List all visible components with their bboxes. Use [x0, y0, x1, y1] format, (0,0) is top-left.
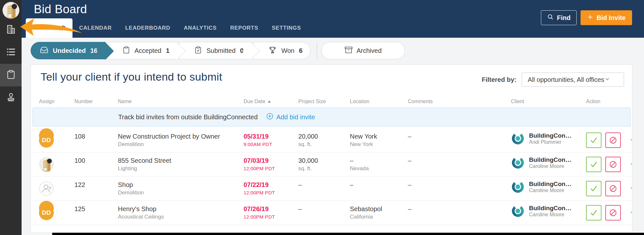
- status-tab-label: Won: [281, 47, 294, 54]
- nav-tab-label: CALENDAR: [79, 25, 112, 31]
- status-tab[interactable]: Won 6: [253, 42, 311, 59]
- assignee-avatar[interactable]: [39, 152, 62, 172]
- accept-bid-button[interactable]: [586, 157, 601, 172]
- tab-archived[interactable]: Archived: [321, 42, 405, 59]
- comments-value: –: [408, 181, 511, 189]
- page-title: Bid Board: [34, 3, 87, 16]
- company-avatar[interactable]: [3, 2, 19, 19]
- add-bid-invite-link[interactable]: Add bid invite: [266, 113, 315, 122]
- accept-bid-button[interactable]: [586, 132, 601, 148]
- bid-row: 100 855 Second Street Lighting 07/03/19 …: [31, 152, 632, 177]
- bid-number: 108: [74, 132, 118, 141]
- bid-board-card: Tell your client if you intend to submit…: [31, 64, 632, 233]
- project-size-cell: –: [298, 177, 350, 189]
- status-tab-label: Submitted: [207, 47, 235, 54]
- client-cell: BuildingCon… Caroline Moore: [511, 152, 586, 170]
- col-action: Action: [586, 99, 632, 104]
- accept-bid-button[interactable]: [586, 181, 601, 196]
- assignee-avatar[interactable]: DD: [39, 201, 54, 216]
- clipboard-icon: [6, 70, 16, 81]
- find-button[interactable]: Find: [541, 10, 577, 25]
- row-chevron-down-icon[interactable]: [629, 185, 632, 193]
- assignee-avatar[interactable]: DD: [39, 128, 54, 143]
- project-name[interactable]: New Construction Project by Owner: [118, 132, 244, 141]
- nav-tab[interactable]: ANALYTICS: [177, 18, 224, 38]
- project-size-unit: sq. ft.: [298, 165, 350, 172]
- plus-circle-icon: [266, 113, 274, 122]
- project-name[interactable]: Henry's Shop: [118, 205, 244, 213]
- sidebar-item-stamp[interactable]: [0, 86, 22, 109]
- client-logo: [511, 180, 525, 194]
- client-company: BuildingCon…: [529, 181, 572, 188]
- col-project-size: Project Size: [298, 99, 350, 104]
- trophy-icon: [268, 46, 277, 56]
- add-bid-invite-label: Add bid invite: [276, 113, 315, 121]
- location-cell: – Nevada: [350, 152, 408, 172]
- decline-bid-button[interactable]: [605, 132, 621, 148]
- project-trade: Lighting: [118, 165, 244, 172]
- action-cell: [586, 128, 632, 148]
- bid-number: 100: [74, 157, 118, 165]
- client-company: BuildingCon…: [529, 205, 572, 212]
- filter-dropdown[interactable]: All opportunities, All offices: [522, 73, 624, 87]
- bid-row: DD: [31, 201, 632, 225]
- decline-bid-button[interactable]: [605, 157, 621, 172]
- nav-tab[interactable]: BID BOARD: [26, 18, 72, 38]
- sidebar-item-company[interactable]: [0, 19, 22, 41]
- sidebar-item-list[interactable]: [0, 41, 22, 64]
- status-tab-count: 1: [166, 47, 169, 54]
- col-due-date[interactable]: Due Date: [244, 99, 298, 104]
- bottom-bar: [52, 233, 644, 235]
- client-logo: [511, 132, 525, 145]
- row-chevron-down-icon[interactable]: [629, 136, 632, 144]
- client-cell: BuildingCon… Andi Plummer: [511, 128, 586, 145]
- search-icon: [547, 14, 554, 22]
- bid-number-cell: 122: [74, 177, 118, 189]
- action-cell: [586, 177, 632, 196]
- nav-tab[interactable]: CALENDAR: [72, 18, 119, 38]
- decline-bid-button[interactable]: [605, 181, 621, 196]
- status-tab[interactable]: Accepted 1: [107, 42, 178, 59]
- status-tab-label: Accepted: [135, 47, 161, 54]
- assignee-avatar[interactable]: [39, 177, 62, 196]
- client-logo: [511, 156, 525, 170]
- col-client: Client: [511, 99, 586, 104]
- row-chevron-down-icon[interactable]: [629, 209, 632, 217]
- client-cell: BuildingCon… Caroline Moore: [511, 201, 586, 218]
- status-tab[interactable]: Undecided 16: [31, 42, 106, 59]
- bid-name-cell: New Construction Project by Owner Demoli…: [118, 128, 244, 148]
- comments-value: –: [408, 132, 511, 141]
- nav-tab[interactable]: SETTINGS: [265, 18, 308, 38]
- header-actions: Find Bid Invite: [541, 10, 632, 25]
- client-logo: [511, 204, 525, 218]
- location-city: –: [350, 181, 408, 189]
- project-name[interactable]: 855 Second Street: [118, 157, 244, 165]
- due-date: 07/22/19: [244, 181, 298, 189]
- status-divider: [317, 42, 317, 59]
- project-size: 30,000: [298, 157, 350, 165]
- assignee-initials: DD: [39, 205, 54, 220]
- col-assign: Assign: [39, 99, 74, 104]
- nav-tab[interactable]: LEADERBOARD: [119, 18, 177, 38]
- bid-invite-button[interactable]: Bid Invite: [581, 10, 632, 25]
- project-name[interactable]: Shop: [118, 181, 244, 189]
- nav-tab-label: REPORTS: [230, 25, 258, 31]
- clipboard-check-icon: [194, 46, 202, 55]
- nav-tab-label: SETTINGS: [272, 25, 301, 31]
- status-tab[interactable]: Submitted 0: [179, 42, 252, 59]
- due-time: 12:00PM PDT: [244, 213, 298, 220]
- client-cell: BuildingCon… Caroline Moore: [511, 177, 586, 194]
- due-date-cell: 07/26/19 12:00PM PDT: [244, 201, 298, 220]
- sidebar-item-bid-board[interactable]: [0, 64, 22, 86]
- row-chevron-down-icon[interactable]: [629, 161, 632, 169]
- content-area: Undecided 16 Accepted 1 Submitted: [22, 38, 644, 235]
- filter-dropdown-value: All opportunities, All offices: [528, 76, 604, 83]
- due-date: 07/03/19: [244, 157, 298, 165]
- accept-bid-button[interactable]: [586, 205, 601, 220]
- bid-number-cell: 100: [74, 152, 118, 165]
- nav-tab[interactable]: REPORTS: [224, 18, 265, 38]
- filter-group: Filtered by: All opportunities, All offi…: [482, 73, 624, 87]
- decline-bid-button[interactable]: [605, 205, 621, 220]
- col-comments: Comments: [408, 99, 511, 104]
- bid-row: 122 Shop Demolition 07/22/19 12:00PM PDT…: [31, 177, 632, 201]
